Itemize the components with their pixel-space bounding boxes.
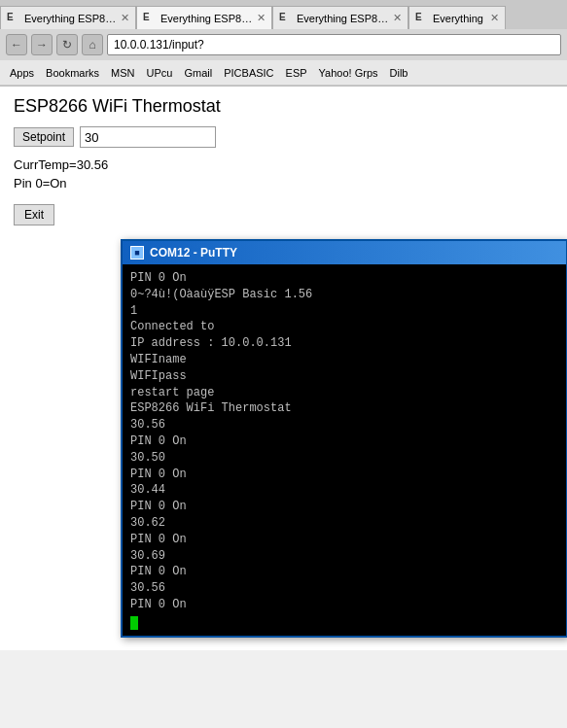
browser-chrome: EEverything ESP8266 -✕EEverything ESP826… (0, 0, 567, 87)
browser-tab-tab2[interactable]: EEverything ESP8266 -✕ (136, 6, 272, 29)
tab-label: Everything ESP8266 - (160, 13, 253, 24)
tab-close-icon[interactable]: ✕ (490, 12, 499, 24)
setpoint-input[interactable] (80, 126, 216, 148)
reload-button[interactable]: ↻ (56, 34, 78, 55)
tab-favicon: E (143, 12, 157, 25)
pin-status-text: Pin 0=On (14, 176, 553, 191)
bookmark-item[interactable]: MSN (107, 66, 138, 80)
tab-label: Everything ESP8266 - (24, 13, 117, 24)
putty-line: 30.56 (130, 417, 558, 433)
putty-line: PIN 0 On (130, 433, 558, 450)
putty-line: 30.56 (130, 580, 558, 597)
putty-line: PIN 0 On (130, 499, 558, 515)
bookmarks-bar: AppsBookmarksMSNUPcuGmailPICBASICESPYaho… (0, 60, 567, 86)
putty-line: 0~?4ù!(OàaùÿESP Basic 1.56 (130, 287, 558, 303)
putty-line: 30.44 (130, 482, 558, 499)
putty-line: PIN 0 On (130, 270, 558, 287)
tab-close-icon[interactable]: ✕ (393, 12, 402, 24)
tab-close-icon[interactable]: ✕ (257, 12, 266, 24)
exit-button[interactable]: Exit (14, 204, 54, 225)
page-title: ESP8266 WiFi Thermostat (14, 96, 553, 117)
putty-line: WIFIname (130, 352, 558, 368)
tab-label: Everything ESP8266 - (297, 13, 389, 24)
bookmark-item[interactable]: Dilb (386, 66, 412, 80)
putty-line: WIFIpass (130, 368, 558, 385)
address-bar[interactable] (107, 34, 561, 55)
home-button[interactable]: ⌂ (82, 34, 103, 55)
page-content: ESP8266 WiFi Thermostat Setpoint CurrTem… (0, 87, 567, 650)
putty-titlebar: ■ COM12 - PuTTY (123, 241, 566, 264)
tab-favicon: E (415, 12, 429, 25)
bookmark-item[interactable]: Gmail (180, 66, 216, 80)
browser-tab-tab3[interactable]: EEverything ESP8266 -✕ (272, 6, 408, 29)
putty-icon: ■ (130, 246, 144, 260)
bookmark-item[interactable]: Apps (6, 66, 38, 80)
forward-button[interactable]: → (31, 34, 53, 55)
putty-title: COM12 - PuTTY (150, 246, 237, 260)
back-button[interactable]: ← (6, 34, 27, 55)
bookmark-item[interactable]: Yahoo! Grps (315, 66, 382, 80)
setpoint-button[interactable]: Setpoint (14, 127, 74, 147)
bookmark-item[interactable]: PICBASIC (220, 66, 277, 80)
tab-favicon: E (279, 12, 293, 25)
setpoint-row: Setpoint (14, 126, 553, 148)
putty-line: 30.62 (130, 515, 558, 532)
putty-line: PIN 0 On (130, 532, 558, 548)
putty-line: Connected to (130, 319, 558, 335)
putty-line: 30.69 (130, 548, 558, 565)
browser-tab-tab1[interactable]: EEverything ESP8266 -✕ (0, 6, 136, 29)
tab-bar: EEverything ESP8266 -✕EEverything ESP826… (0, 0, 567, 29)
tab-label: Everything (433, 13, 486, 24)
putty-line: IP address : 10.0.0.131 (130, 335, 558, 352)
bookmark-item[interactable]: ESP (282, 66, 311, 80)
putty-body[interactable]: PIN 0 On0~?4ù!(OàaùÿESP Basic 1.561Conne… (123, 264, 566, 636)
putty-line: 1 (130, 303, 558, 320)
nav-bar: ← → ↻ ⌂ (0, 29, 567, 60)
putty-line: PIN 0 On (130, 564, 558, 580)
curr-temp-text: CurrTemp=30.56 (14, 157, 553, 172)
putty-window: ■ COM12 - PuTTY PIN 0 On0~?4ù!(OàaùÿESP … (121, 239, 567, 638)
putty-cursor (130, 616, 138, 630)
putty-line: 30.50 (130, 450, 558, 467)
putty-line: PIN 0 On (130, 597, 558, 613)
browser-tab-tab4[interactable]: EEverything✕ (408, 6, 506, 29)
bookmark-item[interactable]: Bookmarks (42, 66, 103, 80)
tab-close-icon[interactable]: ✕ (121, 12, 129, 24)
bookmark-item[interactable]: UPcu (143, 66, 177, 80)
putty-line: PIN 0 On (130, 467, 558, 483)
putty-line: restart page (130, 385, 558, 401)
tab-favicon: E (7, 12, 20, 25)
putty-line: ESP8266 WiFi Thermostat (130, 400, 558, 417)
